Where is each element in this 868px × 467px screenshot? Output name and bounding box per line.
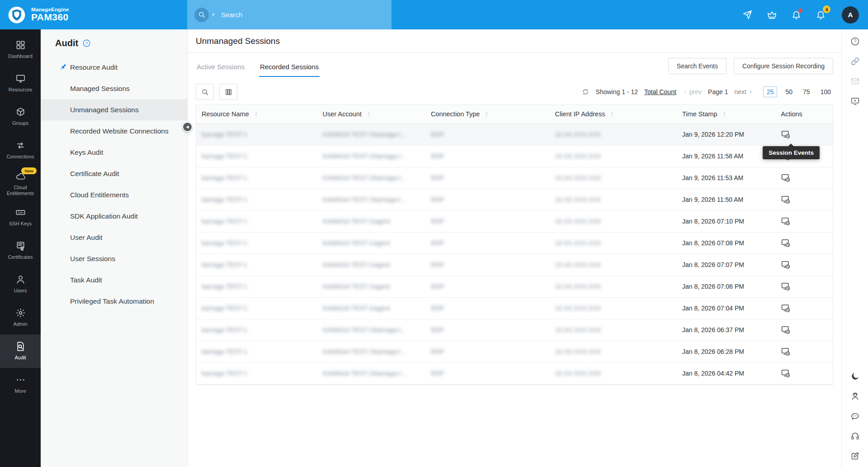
sort-icon[interactable] — [484, 111, 490, 117]
session-events-button[interactable] — [781, 325, 791, 335]
sidebar-item-resource-audit[interactable]: Resource Audit — [41, 57, 187, 78]
column-header-client-ip-address[interactable]: Client IP Address — [549, 105, 677, 124]
sidebar-item-user-audit[interactable]: User Audit — [41, 227, 187, 248]
cell-resource-name: kamaga TEST-1 — [196, 276, 317, 297]
nav-item-users[interactable]: Users — [0, 267, 41, 301]
sidebar-item-user-sessions[interactable]: User Sessions — [41, 248, 187, 269]
prev-page-button[interactable]: prev — [683, 88, 702, 95]
nav-item-connections[interactable]: Connections — [0, 133, 41, 167]
tab-active-sessions[interactable]: Active Sessions — [196, 55, 245, 77]
session-events-button[interactable] — [781, 195, 791, 205]
pam360-app: ManageEngine PAM360 ▼ Search 4 A Dashboa… — [0, 0, 868, 467]
session-events-button[interactable] — [781, 173, 791, 183]
table-row: kamaga TEST-1KAMAGA TEST-1\kamaga-t...RD… — [196, 167, 833, 189]
notification-bell-icon[interactable]: 4 — [816, 10, 826, 20]
brand[interactable]: ManageEngine PAM360 — [0, 0, 187, 29]
nav-item-cloud-entitlements[interactable]: Cloud EntitlementsNew — [0, 167, 41, 200]
cell-time-stamp: Jan 9, 2026 12:20 PM — [677, 124, 775, 145]
sidebar-collapse-button[interactable]: ◀ — [182, 122, 193, 132]
cell-resource-name: kamaga TEST-1 — [196, 145, 317, 167]
column-label: Resource Name — [202, 110, 249, 118]
sidebar-item-cloud-entitlements[interactable]: Cloud Entitlements — [41, 184, 187, 205]
page-size-25[interactable]: 25 — [763, 86, 778, 97]
page-size-50[interactable]: 50 — [783, 87, 795, 97]
column-chooser-button[interactable] — [219, 84, 237, 100]
sort-icon[interactable] — [609, 111, 615, 117]
refresh-icon[interactable] — [581, 88, 590, 96]
help-icon[interactable]: ? — [850, 37, 860, 46]
chat-icon[interactable] — [850, 411, 860, 421]
session-events-button[interactable] — [781, 368, 791, 378]
configure-session-recording-button[interactable]: Configure Session Recording — [734, 58, 833, 74]
column-header-connection-type[interactable]: Connection Type — [425, 105, 550, 124]
cell-connection-type: RDP — [425, 167, 550, 189]
sidebar-item-certificate-audit[interactable]: Certificate Audit — [41, 163, 187, 184]
sort-icon[interactable] — [722, 111, 727, 117]
nav-item-admin[interactable]: Admin — [0, 301, 41, 334]
page-size-75[interactable]: 75 — [801, 87, 812, 97]
cell-time-stamp: Jan 9, 2026 11:50 AM — [677, 189, 775, 210]
search-dropdown-caret-icon: ▼ — [212, 13, 215, 17]
sidebar-item-keys-audit[interactable]: Keys Audit — [41, 142, 187, 163]
global-search[interactable]: ▼ Search — [187, 0, 392, 29]
nav-item-certificates[interactable]: Certificates — [0, 234, 41, 267]
nav-item-label: Groups — [11, 120, 30, 126]
nav-item-ssh-keys[interactable]: SSHSSH Keys — [0, 200, 41, 234]
total-count-link[interactable]: Total Count — [644, 88, 676, 95]
cell-actions: Session Events — [775, 124, 833, 145]
cell-resource-name: kamaga TEST-1 — [196, 319, 317, 341]
sidebar-item-privileged-task-automation[interactable]: Privileged Task Automation — [41, 291, 187, 312]
support-icon[interactable] — [850, 391, 860, 401]
nav-item-audit[interactable]: Audit — [0, 334, 41, 368]
cell-actions — [775, 297, 833, 319]
session-events-button[interactable] — [781, 347, 791, 357]
table-search-button[interactable] — [196, 84, 214, 100]
next-page-button[interactable]: next — [734, 88, 753, 95]
sort-icon[interactable] — [253, 111, 259, 117]
user-avatar[interactable]: A — [842, 6, 859, 24]
main-content: Unmanaged Sessions Active SessionsRecord… — [188, 29, 841, 467]
mail-icon[interactable] — [850, 76, 860, 86]
session-events-button[interactable] — [781, 260, 791, 270]
sessions-table: Resource NameUser AccountConnection Type… — [196, 105, 833, 385]
session-events-button[interactable] — [781, 303, 791, 313]
moon-icon[interactable] — [850, 372, 860, 381]
tab-recorded-sessions[interactable]: Recorded Sessions — [259, 55, 320, 77]
feedback-icon[interactable] — [850, 451, 860, 461]
nav-item-groups[interactable]: Groups — [0, 100, 41, 133]
cell-resource-name: kamaga TEST-1 — [196, 362, 317, 384]
sidebar-item-managed-sessions[interactable]: Managed Sessions — [41, 78, 187, 99]
nav-item-label: Connections — [5, 154, 35, 160]
session-events-button[interactable] — [781, 238, 791, 248]
primary-nav: DashboardResourcesGroupsConnectionsCloud… — [0, 29, 41, 467]
link-icon[interactable] — [850, 57, 860, 66]
sidebar-item-task-audit[interactable]: Task Audit — [41, 269, 187, 291]
session-events-button[interactable] — [781, 281, 791, 291]
column-header-user-account[interactable]: User Account — [317, 105, 425, 124]
sidebar-item-sdk-application-audit[interactable]: SDK Application Audit — [41, 205, 187, 227]
sidebar-item-unmanaged-sessions[interactable]: Unmanaged Sessions — [41, 99, 187, 120]
session-rail-icon[interactable] — [850, 96, 860, 106]
sidebar-item-recorded-website-connections[interactable]: Recorded Website Connections — [41, 120, 187, 142]
alert-bell-icon[interactable] — [791, 10, 802, 20]
cell-user-account: KAMAGA TEST-1\agent — [317, 254, 425, 276]
nav-item-more[interactable]: More — [0, 368, 41, 401]
nav-item-dashboard[interactable]: Dashboard — [0, 33, 41, 67]
sidebar-item-label: Privileged Task Automation — [70, 297, 154, 305]
help-icon[interactable]: ? — [82, 39, 91, 48]
send-icon[interactable] — [742, 10, 753, 20]
headset-icon[interactable] — [850, 431, 860, 441]
table-row: kamaga TEST-1KAMAGA TEST-1\agentRDP10.XX… — [196, 232, 833, 254]
cell-user-account: KAMAGA TEST-1\kamaga-t... — [317, 167, 425, 189]
nav-item-resources[interactable]: Resources — [0, 67, 41, 100]
license-crown-icon[interactable] — [767, 10, 777, 20]
table-row: kamaga TEST-1KAMAGA TEST-1\agentRDP10.XX… — [196, 297, 833, 319]
sidebar-item-label: User Audit — [70, 234, 103, 242]
sort-icon[interactable] — [366, 111, 372, 117]
session-events-button[interactable] — [781, 216, 791, 226]
column-header-resource-name[interactable]: Resource Name — [196, 105, 317, 124]
column-header-time-stamp[interactable]: Time Stamp — [677, 105, 775, 124]
session-events-button[interactable] — [781, 129, 791, 139]
page-size-100[interactable]: 100 — [818, 87, 833, 97]
search-events-button[interactable]: Search Events — [668, 58, 726, 74]
